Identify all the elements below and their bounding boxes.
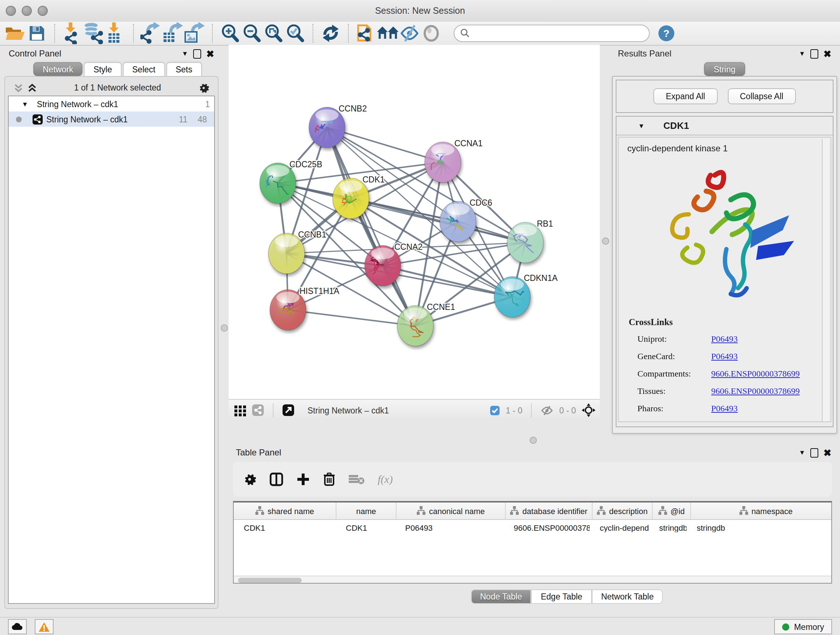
zoom-fit-icon[interactable] [263, 24, 284, 43]
left-splitter-handle[interactable] [221, 325, 228, 332]
column-header--id[interactable]: @id [653, 502, 691, 519]
apply-layout-icon[interactable] [320, 24, 341, 43]
crosslink-link[interactable]: 9606.ENSP00000378699 [711, 369, 800, 379]
string-network-icon[interactable] [252, 404, 264, 416]
network-options-gear-icon[interactable] [198, 82, 209, 93]
open-session-icon[interactable] [4, 24, 26, 43]
edge-CCNB2-CCNE1[interactable] [327, 127, 415, 326]
tab-network-table[interactable]: Network Table [592, 589, 663, 604]
column-header-database-identifier[interactable]: database identifier [506, 502, 592, 519]
network-tree-row[interactable]: String Network – cdk1 11 48 [9, 111, 214, 127]
edge-HIST1H1A-CCNE1[interactable] [288, 310, 415, 326]
show-columns-icon[interactable] [269, 472, 284, 486]
table-panel-float-icon[interactable] [810, 448, 818, 457]
toolbar-separator [133, 24, 134, 43]
cell[interactable]: cyclin-dependent ... [590, 524, 649, 532]
cell[interactable]: stringdb [687, 524, 832, 532]
column-header-shared-name[interactable]: shared name [234, 502, 336, 519]
fit-selected-crosshair-icon[interactable] [582, 403, 595, 417]
birds-eye-grid-icon[interactable] [234, 404, 246, 416]
table-hscrollbar[interactable] [234, 576, 831, 584]
crosslink-link[interactable]: 9606.ENSP00000378699 [711, 386, 800, 397]
export-image-icon[interactable] [184, 24, 205, 43]
network-tree-row[interactable]: ▼ String Network – cdk1 1 [9, 96, 214, 111]
results-panel-collapse-icon[interactable]: ▼ [799, 50, 805, 57]
open-in-new-window-icon[interactable] [282, 404, 294, 416]
table-options-gear-icon[interactable] [243, 473, 256, 486]
crosslink-link[interactable]: P06493 [711, 334, 737, 345]
bottom-splitter-handle[interactable] [530, 437, 537, 444]
session-document-icon[interactable] [355, 24, 377, 43]
control-panel-collapse-icon[interactable]: ▼ [182, 50, 188, 57]
import-network-icon[interactable] [62, 24, 83, 43]
warning-button[interactable] [35, 619, 54, 634]
import-table-icon[interactable] [105, 24, 126, 43]
add-column-plus-icon[interactable] [297, 473, 309, 486]
right-splitter-handle[interactable] [602, 238, 609, 245]
network-canvas[interactable]: CCNB2CCNA1CDC25BCDK1CDC6RB1CCNB1CCNA2CDK… [229, 45, 600, 399]
cell[interactable]: 9606.ENSP00000378699 [504, 524, 590, 532]
toolbar-separator [313, 24, 313, 43]
memory-status-dot [783, 623, 790, 630]
tab-edge-table[interactable]: Edge Table [531, 589, 592, 604]
cell[interactable]: CDK1 [336, 524, 395, 532]
network-collection-label: String Network – cdk1 [37, 100, 118, 108]
tab-sets[interactable]: Sets [166, 62, 202, 76]
cell[interactable]: P06493 [395, 524, 504, 532]
results-scrollbar[interactable] [822, 139, 829, 421]
table-panel-collapse-icon[interactable]: ▼ [799, 449, 805, 456]
search-input[interactable] [473, 28, 643, 38]
cell[interactable]: CDK1 [234, 524, 336, 532]
save-session-icon[interactable] [26, 24, 48, 43]
results-panel-close-icon[interactable]: ✖ [823, 48, 831, 59]
network-selection-status: 1 of 1 Network selected [37, 83, 198, 92]
zoom-out-icon[interactable] [241, 24, 263, 43]
import-network-database-icon[interactable] [83, 24, 105, 43]
column-header-canonical-name[interactable]: canonical name [396, 502, 506, 519]
tab-network[interactable]: Network [33, 62, 82, 76]
memory-button[interactable]: Memory [775, 619, 832, 634]
tab-node-table[interactable]: Node Table [471, 589, 531, 604]
table-panel-close-icon[interactable]: ✖ [823, 447, 831, 458]
results-panel-float-icon[interactable] [810, 49, 818, 58]
selected-checkbox-icon[interactable] [490, 405, 500, 415]
tab-select[interactable]: Select [123, 62, 165, 76]
collapse-all-button[interactable]: Collapse All [728, 88, 796, 104]
cell[interactable]: stringdb:9... [649, 524, 687, 532]
column-header-namespace[interactable]: namespace [691, 502, 832, 519]
delete-column-trash-icon[interactable] [323, 472, 336, 486]
gene-entry-header[interactable]: ▼ CDK1 [616, 117, 833, 135]
export-table-icon[interactable] [162, 24, 184, 43]
node-label-CCNB2: CCNB2 [339, 104, 367, 113]
tab-string[interactable]: String [704, 62, 745, 76]
table-hscrollbar-thumb[interactable] [238, 578, 302, 583]
cloud-button[interactable] [8, 619, 27, 634]
collapse-all-networks-icon[interactable] [27, 83, 37, 92]
home-icon[interactable] [377, 24, 399, 43]
zoom-in-icon[interactable] [219, 24, 241, 43]
network-view-toolbar: String Network – cdk1 1 - 0 0 - 0 [229, 399, 600, 421]
hide-glasses-icon[interactable] [399, 24, 420, 43]
crosslink-link[interactable]: P06493 [711, 403, 737, 414]
zoom-selected-icon[interactable] [284, 24, 306, 43]
column-header-name[interactable]: name [336, 502, 396, 519]
control-panel-float-icon[interactable] [193, 49, 201, 58]
table-row[interactable]: CDK1CDK1P064939606.ENSP00000378699cyclin… [234, 520, 831, 536]
tab-style[interactable]: Style [84, 62, 121, 76]
expand-all-button[interactable]: Expand All [654, 88, 718, 104]
column-header-description[interactable]: description [592, 502, 653, 519]
expand-all-networks-icon[interactable] [14, 83, 23, 92]
crosslink-label: GeneCard: [638, 351, 711, 362]
tree-expand-caret-icon[interactable]: ▼ [22, 100, 28, 108]
show-eye-icon[interactable] [420, 24, 442, 43]
hidden-eye-slash-icon[interactable] [540, 405, 554, 415]
crosslink-link[interactable]: P06493 [711, 351, 737, 362]
help-button[interactable]: ? [658, 25, 674, 41]
control-panel-close-icon[interactable]: ✖ [206, 48, 214, 59]
export-network-icon[interactable] [141, 24, 162, 43]
crosslink-label: Tissues: [638, 386, 711, 397]
edge-CDK1-RB1[interactable] [351, 198, 525, 242]
search-input-wrap[interactable] [454, 25, 650, 42]
gene-collapse-caret-icon[interactable]: ▼ [638, 122, 645, 129]
column-type-icon [658, 506, 667, 516]
